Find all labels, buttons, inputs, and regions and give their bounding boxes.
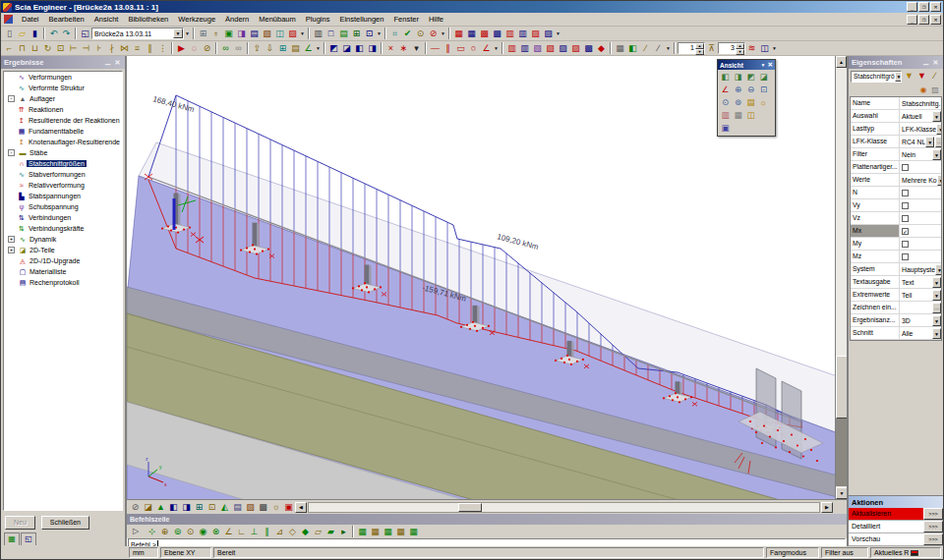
layer-filter-icon[interactable]: ◪ bbox=[340, 42, 353, 55]
zoom-selection-icon[interactable]: ⊚ bbox=[732, 96, 744, 109]
dropdown-arrow-icon[interactable]: ▼ bbox=[493, 42, 500, 55]
combo-arrow-icon[interactable]: ▼ bbox=[935, 264, 941, 275]
engineering-report-icon[interactable]: ▤ bbox=[337, 28, 350, 40]
pick-cursor-icon[interactable]: ▷ bbox=[129, 526, 143, 537]
snap-point-icon[interactable]: ⊹ bbox=[146, 526, 158, 538]
tab-properties-window[interactable]: ◱ bbox=[21, 532, 36, 545]
grid-settings-4-icon[interactable]: ▦ bbox=[394, 526, 407, 538]
divide-member-icon[interactable]: ⋮ bbox=[156, 42, 169, 55]
dropdown-arrow-icon[interactable]: ▼ bbox=[771, 42, 778, 55]
document-settings-icon[interactable]: ⊡ bbox=[363, 28, 376, 40]
checkbox-icon[interactable]: ✓ bbox=[902, 228, 909, 235]
project-history-dropdown-icon[interactable]: ▼ bbox=[184, 28, 191, 40]
status-plane[interactable]: Ebene XY bbox=[160, 547, 211, 558]
combo-arrow-icon[interactable]: ▼ bbox=[936, 124, 941, 135]
dropdown-arrow-icon[interactable]: ▼ bbox=[315, 42, 322, 55]
properties-type-combobox[interactable]: Stabschnittgrö ▼ bbox=[851, 71, 902, 83]
chart-preview-icon[interactable]: ▨ bbox=[929, 84, 941, 96]
scroll-down-icon[interactable]: ▼ bbox=[836, 487, 847, 499]
tree-item-reaktionen[interactable]: ⇈Reaktionen bbox=[4, 104, 122, 115]
tree-item-schubspannung[interactable]: ψSchubspannung bbox=[4, 201, 122, 212]
grid-settings-1-icon[interactable]: ▦ bbox=[356, 526, 369, 538]
clean-model-icon[interactable]: ⊘ bbox=[427, 28, 440, 40]
zoom-window-icon[interactable]: ⊡ bbox=[757, 84, 770, 96]
status-units[interactable]: mm bbox=[129, 547, 158, 558]
tree-item-resultierende-der-reaktionen[interactable]: ↥Resultierende der Reaktionen bbox=[4, 115, 122, 126]
combo-arrow-icon[interactable]: ▼ bbox=[925, 137, 934, 147]
dropdown-arrow-icon[interactable]: ▼ bbox=[376, 28, 383, 40]
snap-center-icon[interactable]: ⊕ bbox=[158, 526, 171, 538]
zoom-in-icon[interactable]: ⊕ bbox=[732, 84, 744, 96]
clipping-box-icon[interactable]: ▧ bbox=[244, 501, 257, 514]
menu--ndern[interactable]: Ändern bbox=[220, 13, 254, 26]
tree-item-dynamik[interactable]: +∿Dynamik bbox=[4, 234, 122, 245]
snap-parallel-icon[interactable]: ∥ bbox=[261, 526, 273, 538]
save-picture-icon[interactable]: ▦ bbox=[614, 42, 626, 55]
close-button[interactable]: ✕ bbox=[930, 2, 941, 12]
checkbox-icon[interactable] bbox=[902, 241, 909, 248]
check-structure-icon[interactable]: ✔ bbox=[401, 28, 414, 40]
view-front-icon[interactable]: ◧ bbox=[167, 501, 180, 514]
polyline-tool-icon[interactable]: ∥ bbox=[442, 42, 454, 55]
zoom-fit-icon[interactable]: ⊞ bbox=[193, 501, 206, 514]
menu-einstellungen[interactable]: Einstellungen bbox=[334, 13, 388, 26]
hinge-panel-icon[interactable]: ▧ bbox=[531, 42, 544, 55]
menu-fenster[interactable]: Fenster bbox=[388, 13, 423, 26]
node-panel-icon[interactable]: ◆ bbox=[595, 42, 608, 55]
tab-main-tree[interactable]: ▦ bbox=[4, 532, 20, 545]
tree-item-auflager[interactable]: -▲Auflager bbox=[4, 93, 122, 104]
extend-member-icon[interactable]: ⊦ bbox=[92, 42, 105, 55]
picture-gallery-icon[interactable]: ◫ bbox=[273, 28, 286, 40]
material-panel-icon[interactable]: ▩ bbox=[582, 42, 595, 55]
mesh-panel-icon[interactable]: ▧ bbox=[544, 42, 557, 55]
select-cursor-icon[interactable]: ▶ bbox=[175, 42, 188, 55]
property-value[interactable]: ✓ bbox=[900, 225, 941, 237]
combo-arrow-icon[interactable]: ▼ bbox=[932, 149, 941, 160]
tree-item-stäbe[interactable]: -▬Stäbe bbox=[4, 147, 122, 158]
property-value[interactable]: … bbox=[900, 302, 941, 313]
copy-icon[interactable]: ⊞ bbox=[197, 28, 209, 40]
close-panel-icon[interactable]: ✕ bbox=[931, 59, 940, 67]
view-palette[interactable]: Ansicht ▼ ✕ ◧◨◩◪∠⊕⊖⊡⊙⊚▤☼▥▦◫▣ bbox=[717, 59, 776, 137]
combo-arrow-icon[interactable]: ▼ bbox=[932, 111, 941, 122]
clipboard-load-icon[interactable]: ⇪ bbox=[251, 42, 264, 55]
properties-type-arrow-icon[interactable]: ▼ bbox=[895, 72, 902, 82]
color-settings-icon[interactable]: ◧ bbox=[626, 42, 639, 55]
zoom-all-icon[interactable]: ⊙ bbox=[719, 96, 732, 109]
properties-panel-caption[interactable]: Eigenschaften ⚊ ✕ bbox=[849, 56, 943, 69]
tracking-icon[interactable]: ▱ bbox=[312, 526, 324, 538]
bill-of-material-icon[interactable]: ▥ bbox=[516, 28, 529, 40]
snap-intersection-icon[interactable]: ⊗ bbox=[209, 526, 222, 538]
project-combobox-arrow-icon[interactable]: ▼ bbox=[173, 28, 183, 38]
offset-member-icon[interactable]: ∥ bbox=[144, 42, 156, 55]
connect-entities-icon[interactable]: ⊙ bbox=[414, 28, 427, 40]
command-line-caption[interactable]: Befehlszeile bbox=[127, 514, 847, 525]
property-value[interactable]: LFK-Klasse▼ bbox=[900, 123, 941, 135]
scale-spinner[interactable]: 1 ▲▼ bbox=[678, 42, 705, 54]
named-selection-icon[interactable]: ▾ bbox=[410, 42, 423, 55]
combo-arrow-icon[interactable]: ▼ bbox=[932, 328, 941, 339]
tree-item-verbindungen[interactable]: ⇅Verbindungen bbox=[4, 212, 122, 223]
scale-results-icon[interactable]: ⊼ bbox=[705, 42, 718, 55]
dropdown-arrow-icon[interactable]: ▼ bbox=[665, 42, 672, 55]
property-value[interactable]: Alle▼ bbox=[900, 327, 941, 339]
selection-filter-icon[interactable]: ◨ bbox=[366, 42, 379, 55]
delete-icon[interactable]: × bbox=[384, 42, 397, 55]
save-view-icon[interactable]: ▦ bbox=[732, 109, 744, 122]
grid-settings-5-icon[interactable]: ▦ bbox=[407, 526, 420, 538]
results-panel-caption[interactable]: Ergebnisse ⚊ ✕ bbox=[1, 56, 125, 69]
scroll-right-icon[interactable]: ▶ bbox=[821, 502, 833, 513]
grid-settings-2-icon[interactable]: ▦ bbox=[369, 526, 382, 538]
polar-tracking-icon[interactable]: ▰ bbox=[324, 526, 337, 538]
load-panel-icon[interactable]: ▥ bbox=[505, 42, 518, 55]
dropdown-arrow-icon[interactable]: ▼ bbox=[555, 28, 561, 40]
view-point-icon[interactable]: ▲ bbox=[154, 501, 167, 514]
menu-hilfe[interactable]: Hilfe bbox=[424, 13, 448, 26]
layers-manager-icon[interactable]: ▤ bbox=[289, 42, 302, 55]
checkbox-icon[interactable] bbox=[902, 215, 909, 222]
trim-member-icon[interactable]: ⊣ bbox=[80, 42, 92, 55]
clipboard-icon[interactable]: ▧ bbox=[261, 28, 273, 40]
tree-item-fundamenttabelle[interactable]: ▦Fundamenttabelle bbox=[4, 126, 122, 137]
edit-property-icon[interactable]: ∕ bbox=[928, 70, 941, 83]
move-node-icon[interactable]: ⌐ bbox=[3, 42, 16, 55]
